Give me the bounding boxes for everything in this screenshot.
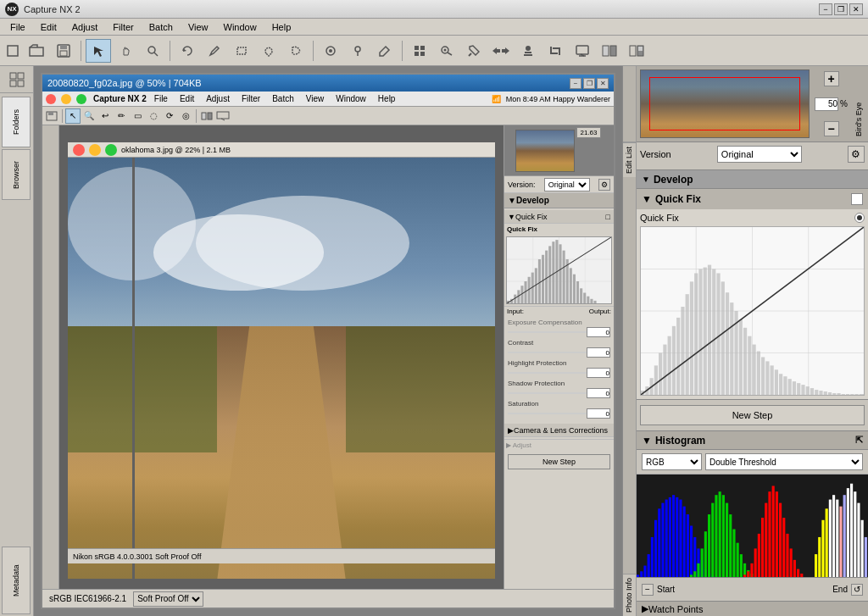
tool-lasso[interactable] xyxy=(256,39,281,63)
inner-menu-view[interactable]: View xyxy=(302,93,329,104)
mac-minimize[interactable] xyxy=(61,94,71,104)
menu-file[interactable]: File xyxy=(3,20,32,34)
photo-info-tab[interactable]: Photo Info xyxy=(623,574,636,616)
qf-checkbox[interactable] xyxy=(851,193,863,205)
inner-tb-save[interactable] xyxy=(44,108,59,124)
tool-save[interactable] xyxy=(51,39,76,63)
tool-stamp[interactable] xyxy=(515,39,541,63)
tool-loupe[interactable] xyxy=(434,39,459,63)
menu-batch[interactable]: Batch xyxy=(142,20,180,34)
tool-select-small[interactable] xyxy=(3,39,22,63)
inner-menu-batch[interactable]: Batch xyxy=(268,93,298,104)
tool-zoom[interactable] xyxy=(140,39,165,63)
image-restore-button[interactable]: ❐ xyxy=(583,78,595,89)
inner-tb-compare[interactable] xyxy=(199,108,214,124)
hist-reset-button[interactable]: ↺ xyxy=(851,584,863,596)
inner-tb-eyedropper[interactable]: ◎ xyxy=(178,108,193,124)
photo-max-btn[interactable] xyxy=(105,144,117,156)
tool-rotate-ccw[interactable] xyxy=(175,39,200,63)
menu-filter[interactable]: Filter xyxy=(106,20,140,34)
tool-brush-select[interactable] xyxy=(283,39,309,63)
inner-camera-lens-header[interactable]: ▶ Camera & Lens Corrections xyxy=(504,424,614,437)
inner-tb-zoom[interactable]: 🔍 xyxy=(81,108,97,124)
inner-menu-help[interactable]: Help xyxy=(374,93,400,104)
minimize-button[interactable]: − xyxy=(819,3,832,15)
inner-tb-monitor[interactable] xyxy=(215,108,231,124)
tool-arrow[interactable] xyxy=(86,39,111,63)
tool-paint[interactable] xyxy=(461,39,487,63)
menu-help[interactable]: Help xyxy=(265,20,298,34)
proof-select[interactable]: Soft Proof Off xyxy=(133,591,203,607)
version-select[interactable]: Original xyxy=(717,146,802,163)
tool-eyedropper[interactable] xyxy=(345,39,370,63)
inner-saturation-slider[interactable] xyxy=(508,413,587,414)
inner-menu-window[interactable]: Window xyxy=(331,93,370,104)
tool-color-picker[interactable] xyxy=(318,39,343,63)
zoom-input[interactable] xyxy=(815,97,838,111)
image-close-button[interactable]: ✕ xyxy=(597,78,609,89)
histogram-expand-button[interactable]: ⇱ xyxy=(855,435,863,446)
tool-crop[interactable] xyxy=(542,39,568,63)
inner-exposure-slider[interactable] xyxy=(508,331,587,333)
image-minimize-button[interactable]: − xyxy=(570,78,581,89)
tool-open[interactable] xyxy=(24,39,49,63)
inner-highlight-input[interactable] xyxy=(587,368,610,378)
new-step-button[interactable]: New Step xyxy=(640,405,865,425)
inner-tb-pen[interactable]: ✏ xyxy=(114,108,129,124)
tool-monitor[interactable] xyxy=(570,39,595,63)
inner-version-select[interactable]: Original xyxy=(544,178,590,191)
tool-hand[interactable] xyxy=(113,39,138,63)
tool-pen[interactable] xyxy=(202,39,227,63)
version-gear-button[interactable]: ⚙ xyxy=(848,146,865,163)
qf-radio[interactable] xyxy=(854,213,865,223)
inner-contrast-input[interactable] xyxy=(587,347,610,358)
svg-rect-116 xyxy=(806,386,810,395)
threshold-select[interactable]: Double Threshold Single Threshold None xyxy=(705,453,863,470)
inner-new-step-button[interactable]: New Step xyxy=(508,454,610,469)
inner-menu-file[interactable]: File xyxy=(150,93,172,104)
restore-button[interactable]: ❐ xyxy=(834,3,848,15)
inner-tb-rotate[interactable]: ↩ xyxy=(97,108,113,124)
tab-browser[interactable]: Browser xyxy=(2,149,31,200)
inner-tb-arrow[interactable]: ↖ xyxy=(65,108,81,124)
menu-window[interactable]: Window xyxy=(217,20,264,34)
inner-version-settings[interactable]: ⚙ xyxy=(598,179,610,191)
inner-tb-undo[interactable]: ⟳ xyxy=(162,108,177,124)
hist-minus-button[interactable]: − xyxy=(642,584,654,596)
version-row: Version Original ⚙ xyxy=(640,146,865,163)
inner-highlight-slider[interactable] xyxy=(508,372,587,374)
quick-fix-header[interactable]: ▼ Quick Fix xyxy=(637,189,868,209)
inner-menu-filter[interactable]: Filter xyxy=(237,93,264,104)
tool-grid[interactable] xyxy=(407,39,432,63)
zoom-in-button[interactable]: + xyxy=(824,71,839,86)
inner-qf-header[interactable]: ▼ Quick Fix □ xyxy=(504,210,614,224)
tool-arrow-set[interactable] xyxy=(488,39,514,63)
channel-select[interactable]: RGB Red Green Blue Luminance xyxy=(642,453,702,470)
inner-tb-rect[interactable]: ▭ xyxy=(130,108,145,124)
inner-menu-adjust[interactable]: Adjust xyxy=(202,93,234,104)
edit-list-tab[interactable]: Edit List xyxy=(623,142,636,177)
tool-rect-select[interactable] xyxy=(229,39,254,63)
mac-close[interactable] xyxy=(46,94,56,104)
inner-exposure-input[interactable] xyxy=(587,327,610,337)
inner-menu-edit[interactable]: Edit xyxy=(175,93,198,104)
inner-saturation-input[interactable] xyxy=(587,408,610,419)
photo-min-btn[interactable] xyxy=(89,144,101,156)
tool-compare[interactable] xyxy=(597,39,622,63)
inner-shadow-input[interactable] xyxy=(587,388,610,398)
inner-shadow-slider[interactable] xyxy=(508,392,587,394)
photo-close-btn[interactable] xyxy=(73,144,85,156)
zoom-out-button[interactable]: − xyxy=(824,121,839,136)
menu-view[interactable]: View xyxy=(181,20,215,34)
menu-adjust[interactable]: Adjust xyxy=(65,20,105,34)
tool-pencil[interactable] xyxy=(372,39,398,63)
inner-contrast-slider[interactable] xyxy=(508,352,587,353)
mac-maximize[interactable] xyxy=(76,94,86,104)
tab-folders[interactable]: Folders xyxy=(2,97,31,147)
tool-settings[interactable] xyxy=(624,39,649,63)
tab-metadata[interactable]: Metadata xyxy=(2,547,31,614)
inner-tb-lasso[interactable]: ◌ xyxy=(146,108,161,124)
menu-edit[interactable]: Edit xyxy=(34,20,64,34)
close-button[interactable]: ✕ xyxy=(849,3,863,15)
svg-rect-109 xyxy=(775,369,778,395)
